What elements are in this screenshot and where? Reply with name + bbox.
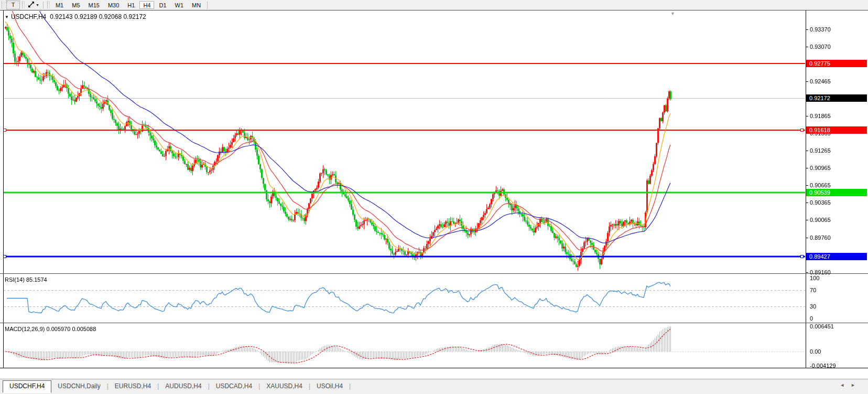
rsi-label: RSI(14) 85.1574 — [5, 276, 47, 283]
ohlc-readout: 0.92143 0.92189 0.92068 0.92172 — [50, 13, 146, 20]
timeframe-button-mn[interactable]: MN — [188, 1, 204, 9]
macd-pane: MACD(12,26,9) 0.005970 0.005088 — [0, 324, 868, 368]
chart-area: ▼USDCHF,H40.92143 0.92189 0.92068 0.9217… — [0, 10, 868, 379]
chevron-down-icon: ▼ — [36, 3, 39, 7]
rsi-pane: RSI(14) 85.1574 — [0, 275, 868, 323]
tab-usdchf-h4[interactable]: USDCHF,H4 — [3, 380, 51, 393]
tab-scroll-arrows[interactable]: ◄► — [840, 382, 862, 388]
crosshair-tool-button[interactable]: ▼ — [27, 1, 40, 9]
chart-left-border — [3, 10, 4, 368]
rsi-canvas[interactable] — [0, 275, 806, 323]
chart-toolbar: T ▼ M1 M5 M15 M30 H1 H4 D1 W1 MN — [0, 0, 868, 10]
tab-usdcnh-daily[interactable]: USDCNH,Daily — [51, 380, 106, 392]
tab-audusd-h4[interactable]: AUDUSD,H4 — [159, 380, 208, 392]
toolbar-grip — [22, 2, 25, 8]
tab-eurusd-h4[interactable]: EURUSD,H4 — [108, 380, 157, 392]
timeframe-button-m1[interactable]: M1 — [52, 1, 67, 9]
tab-usoil-h4[interactable]: USOil,H4 — [310, 380, 349, 392]
price-axis-border — [806, 10, 806, 368]
cursor-arrows-icon — [28, 1, 35, 10]
macd-canvas[interactable] — [0, 324, 806, 368]
tab-usdcad-h4[interactable]: USDCAD,H4 — [210, 380, 258, 392]
tab-scroll-right-icon: ► — [851, 382, 862, 388]
timeframe-button-m15[interactable]: M15 — [85, 1, 103, 9]
toolbar-grip — [47, 2, 50, 8]
timeframe-button-h1[interactable]: H1 — [124, 1, 138, 9]
tab-scroll-left-icon: ◄ — [840, 382, 851, 388]
timeframe-button-h4[interactable]: H4 — [139, 1, 154, 9]
tab-xauusd-h4[interactable]: XAUUSD,H4 — [260, 380, 309, 392]
timeframe-button-m30[interactable]: M30 — [104, 1, 123, 9]
main-chart-pane: ▼USDCHF,H40.92143 0.92189 0.92068 0.9217… — [0, 10, 868, 273]
timeframe-button-w1[interactable]: W1 — [171, 1, 188, 9]
toolbar-separator — [43, 2, 44, 9]
symbol-label: USDCHF,H4 — [11, 13, 46, 20]
chart-menu-arrow-icon[interactable]: ▼ — [5, 15, 9, 19]
timeframe-button-m5[interactable]: M5 — [68, 1, 83, 9]
text-tool-button[interactable]: T — [6, 1, 20, 9]
tab-separator: | — [349, 382, 351, 390]
main-chart-canvas[interactable] — [0, 10, 806, 273]
symbol-header: ▼USDCHF,H40.92143 0.92189 0.92068 0.9217… — [5, 13, 146, 20]
mt4-chart-window: T ▼ M1 M5 M15 M30 H1 H4 D1 W1 MN ▼USDCHF… — [0, 0, 868, 394]
timeframe-button-d1[interactable]: D1 — [155, 1, 170, 9]
macd-label: MACD(12,26,9) 0.005970 0.005088 — [5, 326, 96, 332]
symbol-tab-bar: USDCHF,H4 USDCNH,Daily| EURUSD,H4| AUDUS… — [0, 379, 868, 394]
time-axis[interactable] — [0, 368, 868, 379]
toolbar-grip — [2, 2, 4, 8]
chart-shift-marker-icon[interactable]: ▼ — [670, 11, 675, 16]
toolbar-separator — [207, 2, 208, 9]
